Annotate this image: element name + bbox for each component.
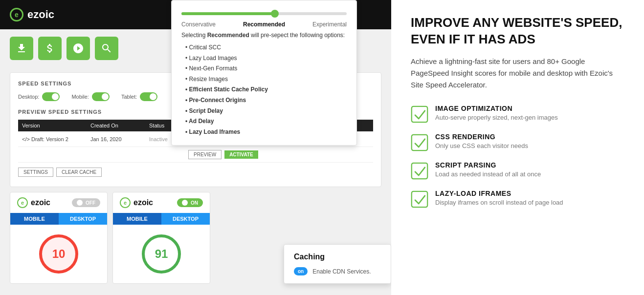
right-panel: IMPROVE ANY WEBSITE'S SPEED, EVEN IF IT … [391,0,644,295]
feature-css-desc: Only use CSS each visitor needs [435,142,528,149]
card-on-header: e ezoic ON [113,192,210,213]
mobile-label: Mobile: [71,94,89,100]
check-icon-script [411,162,428,180]
slider-fill [181,12,272,15]
preview-button-2[interactable]: PREVIEW [188,150,222,159]
popup-option-5: Efficient Static Cache Policy [185,84,347,95]
clear-cache-button[interactable]: CLEAR CACHE [56,168,102,177]
card-off-tabs: MOBILE DESKTOP [10,213,107,225]
feature-lazy-desc: Display iframes on scroll instead of pag… [435,199,563,206]
card-on-tab-mobile[interactable]: MOBILE [113,213,161,225]
card-off-logo: e ezoic [17,197,50,208]
speed-card-on: e ezoic ON MOBILE DESKTOP 91 [112,192,210,284]
col-created: Created On [90,123,149,128]
left-panel: e ezoic Conservative Recommended Experim… [0,0,391,295]
feature-script-text: SCRIPT PARSING Load as needed instead of… [435,161,541,178]
svg-rect-3 [412,191,427,207]
tablet-toggle[interactable] [140,92,157,101]
toggle-off-dot [77,200,83,206]
feature-image-desc: Auto-serve properly sized, next-gen imag… [435,114,558,121]
card-off-toggle[interactable]: OFF [72,198,100,207]
popup-option-1: Critical SCC [185,42,347,53]
mobile-toggle[interactable] [92,92,110,101]
card-off-tab-desktop[interactable]: DESKTOP [59,213,107,225]
desktop-toggle-item: Desktop: [18,92,60,101]
ezoic-logo-text: ezoic [27,8,54,21]
cdn-toggle[interactable]: on [294,267,308,275]
caching-popup: Caching on Enable CDN Services. [284,244,391,284]
feature-script-title: SCRIPT PARSING [435,161,541,169]
card-off-tab-mobile[interactable]: MOBILE [10,213,59,225]
bottom-actions: SETTINGS CLEAR CACHE [18,166,373,179]
feature-lazy-title: LAZY-LOAD IFRAMES [435,190,563,197]
ezoic-logo: e ezoic [10,8,54,21]
slider-label-recommended: Recommended [243,21,285,28]
feature-image-text: IMAGE OPTIMIZATION Auto-serve properly s… [435,105,558,121]
feature-image-title: IMAGE OPTIMIZATION [435,105,558,112]
nav-search-button[interactable] [95,37,118,60]
row-created: Jan 16, 2020 [90,136,149,142]
col-version: Version [22,123,90,128]
caching-cdn-row: on Enable CDN Services. [294,267,381,275]
feature-css-rendering: CSS RENDERING Only use CSS each visitor … [411,133,624,151]
card-on-logo: e ezoic [120,197,153,208]
feature-script-parsing: SCRIPT PARSING Load as needed instead of… [411,161,624,180]
card-on-toggle[interactable]: ON [177,198,203,207]
feature-css-title: CSS RENDERING [435,133,528,141]
svg-rect-1 [412,134,427,150]
card-off-logo-icon: e [17,197,28,208]
slider-track[interactable] [181,12,347,15]
main-desc: Achieve a lightning-fast site for users … [411,56,624,91]
toggle-on-dot [182,200,188,206]
feature-script-desc: Load as needed instead of all at once [435,170,541,178]
slider-label-conservative: Conservative [181,21,216,28]
popup-option-6: Pre-Connect Origins [185,95,347,106]
table-row-2: PREVIEW ACTIVATE [18,147,373,163]
mobile-toggle-item: Mobile: [71,92,109,101]
card-on-label: ON [191,200,198,206]
popup-options-list: Critical SCC Lazy Load Images Next-Gen F… [181,42,347,137]
check-icon-lazy [411,190,428,208]
check-icon-image [411,105,428,123]
feature-image-optimization: IMAGE OPTIMIZATION Auto-serve properly s… [411,105,624,123]
feature-lazy-load: LAZY-LOAD IFRAMES Display iframes on scr… [411,190,624,208]
slider-thumb[interactable] [271,10,279,18]
tablet-label: Tablet: [121,94,137,100]
speed-card-off: e ezoic OFF MOBILE DESKTOP 10 [10,192,108,284]
desktop-label: Desktop: [18,94,39,100]
nav-upload-button[interactable] [10,37,33,60]
popup-option-8: Ad Delay [185,116,347,127]
settings-button[interactable]: SETTINGS [18,168,53,177]
svg-rect-0 [412,106,427,122]
card-on-logo-text: ezoic [133,198,153,207]
cdn-text: Enable CDN Services. [312,268,371,275]
card-off-header: e ezoic OFF [10,192,107,213]
popup-option-9: Lazy Load Iframes [185,127,347,138]
feature-list: IMAGE OPTIMIZATION Auto-serve properly s… [411,105,624,208]
feature-css-text: CSS RENDERING Only use CSS each visitor … [435,133,528,149]
activate-button-2[interactable]: ACTIVATE [224,150,258,159]
settings-popup: Conservative Recommended Experimental Se… [171,0,357,146]
slider-label-experimental: Experimental [312,21,347,28]
card-on-score-area: 91 [113,225,210,283]
nav-rocket-button[interactable] [67,37,90,60]
desktop-toggle[interactable] [42,92,60,101]
popup-option-4: Resize Images [185,74,347,85]
card-on-score: 91 [142,234,181,274]
card-off-label: OFF [86,200,95,206]
ezoic-logo-icon: e [10,8,23,21]
card-on-tab-desktop[interactable]: DESKTOP [161,213,210,225]
settings-actions: PREVIEW ACTIVATE [188,150,369,159]
check-icon-css [411,134,428,151]
popup-option-3: Next-Gen Formats [185,63,347,74]
nav-dollar-button[interactable] [38,37,62,60]
card-on-logo-icon: e [120,197,131,208]
main-heading: IMPROVE ANY WEBSITE'S SPEED, EVEN IF IT … [411,15,624,48]
caching-title: Caching [294,253,381,261]
card-off-score: 10 [39,234,78,274]
slider-labels: Conservative Recommended Experimental [181,21,347,28]
svg-rect-2 [412,163,427,178]
popup-desc: Selecting Recommended will pre-sepect th… [181,32,347,39]
card-off-score-area: 10 [10,225,107,283]
popup-option-2: Lazy Load Images [185,53,347,64]
